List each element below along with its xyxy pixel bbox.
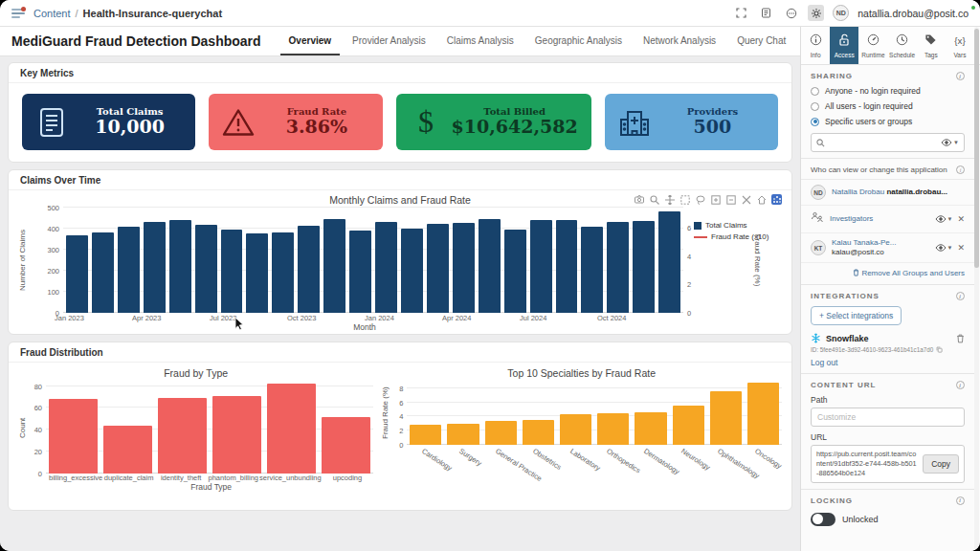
info-icon[interactable]: i	[956, 292, 965, 300]
key-metrics-panel: Key Metrics Total Claims10,000Fraud Rate…	[8, 62, 792, 163]
x-tick-label: Jul 2023	[210, 314, 236, 322]
tab-query-chat[interactable]: Query Chat	[728, 27, 794, 55]
plot-area[interactable]: 020406080	[46, 382, 373, 474]
lasso-select-icon[interactable]	[695, 194, 705, 205]
box-select-icon[interactable]	[679, 194, 690, 205]
bar	[633, 221, 655, 313]
principal-name[interactable]: Natallia Drobau natallia.drobau...	[832, 187, 965, 197]
principal-name[interactable]: Kalau Tanaka-Pe...	[832, 238, 929, 248]
sharing-option[interactable]: Specific users or groups	[811, 117, 965, 126]
sharing-option[interactable]: All users - login required	[811, 101, 965, 111]
radio-label: All users - login required	[825, 101, 913, 111]
breadcrumb-content-link[interactable]: Content	[33, 8, 71, 19]
more-options-icon[interactable]	[783, 5, 799, 21]
lock-toggle[interactable]	[811, 513, 835, 526]
sidebar-tab-tags[interactable]: Tags	[917, 27, 946, 64]
posit-connect-window: Content / Health-Insurance-querychat ND …	[0, 0, 980, 551]
plotly-logo-icon[interactable]	[771, 194, 782, 205]
plot-area[interactable]: 01002003004005000246Fraud Rate (%)	[63, 208, 683, 313]
info-icon[interactable]: i	[956, 165, 965, 174]
fullscreen-icon[interactable]	[733, 5, 749, 21]
scrollbar-thumb[interactable]	[974, 29, 979, 268]
metric-card-providers: Providers500	[605, 94, 778, 150]
x-tick-label: Neurology	[679, 447, 712, 472]
sidebar-tab-info[interactable]: Info	[801, 27, 830, 64]
permission-selector[interactable]: ▼	[935, 244, 953, 252]
y-tick-label: 80	[34, 382, 46, 390]
bar-series	[407, 382, 782, 445]
settings-gear-icon[interactable]	[808, 5, 824, 21]
remove-principal-icon[interactable]: ✕	[957, 214, 965, 224]
zoom-out-icon[interactable]	[725, 194, 736, 205]
radio-label: Specific users or groups	[825, 117, 912, 126]
chevron-down-icon: ▼	[947, 216, 953, 222]
tab-network-analysis[interactable]: Network Analysis	[635, 27, 724, 55]
sidebar-tab-access[interactable]: Access	[830, 27, 858, 64]
bar	[453, 223, 475, 313]
user-avatar[interactable]: ND	[833, 5, 849, 21]
sidebar-tab-runtime[interactable]: Runtime	[858, 27, 887, 64]
chevron-down-icon: ▼	[947, 245, 953, 251]
user-email[interactable]: natallia.drobau@posit.co	[858, 8, 969, 19]
zoom-icon[interactable]	[649, 194, 659, 205]
bar	[485, 421, 517, 445]
info-icon[interactable]: i	[956, 381, 965, 389]
copy-url-button[interactable]: Copy	[923, 454, 959, 474]
bar	[523, 420, 554, 445]
trash-icon[interactable]	[956, 334, 965, 343]
claims-over-time-panel: Claims Over Time Monthly Claims and Frau…	[8, 169, 792, 335]
autoscale-icon[interactable]	[741, 194, 751, 205]
pan-icon[interactable]	[664, 194, 675, 205]
breadcrumb-app-name: Health-Insurance-querychat	[83, 8, 222, 19]
bar	[673, 406, 704, 445]
reset-axes-icon[interactable]	[756, 194, 767, 205]
metric-card-fraud-rate: Fraud Rate3.86%	[209, 94, 382, 150]
tab-claims-analysis[interactable]: Claims Analysis	[438, 27, 523, 55]
sharing-option[interactable]: Anyone - no login required	[811, 86, 965, 96]
x-tick-label: Dermatology	[642, 447, 681, 476]
document-icon	[35, 107, 68, 138]
radio-button[interactable]	[811, 118, 819, 126]
search-input[interactable]	[829, 138, 937, 147]
copy-icon[interactable]	[936, 346, 943, 353]
principal-search[interactable]: ▼	[811, 133, 965, 152]
sharing-options: Anyone - no login requiredAll users - lo…	[811, 86, 965, 126]
topbar: Content / Health-Insurance-querychat ND …	[0, 0, 980, 27]
remove-principal-icon[interactable]: ✕	[957, 243, 965, 253]
legend-item[interactable]: Fraud Rate (x10)	[694, 232, 782, 241]
right-y-tick-label: 2	[683, 280, 691, 289]
radio-button[interactable]	[811, 102, 819, 111]
remove-all-link[interactable]: Remove All Groups and Users	[801, 263, 974, 285]
role-selector[interactable]: ▼	[941, 139, 959, 146]
bar	[221, 230, 243, 313]
radio-button[interactable]	[811, 87, 819, 96]
sidebar-tab-vars[interactable]: {x}Vars	[946, 27, 974, 64]
sidebar-tab-label: Vars	[954, 52, 967, 58]
zoom-in-icon[interactable]	[710, 194, 721, 205]
info-icon[interactable]: i	[956, 496, 965, 505]
x-tick-label: Cardiology	[420, 447, 454, 473]
logs-icon[interactable]	[758, 5, 774, 21]
tab-overview[interactable]: Overview	[280, 27, 340, 55]
tab-provider-analysis[interactable]: Provider Analysis	[344, 27, 434, 55]
principal-name[interactable]: Investigators	[830, 214, 929, 224]
sidebar-tab-schedule[interactable]: Schedule	[888, 27, 917, 64]
legend-item[interactable]: Total Claims	[694, 221, 782, 230]
permission-selector[interactable]: ▼	[935, 215, 953, 223]
integration-logout-link[interactable]: Log out	[811, 358, 965, 367]
posit-connect-logo-icon	[11, 8, 26, 19]
tab-geographic-analysis[interactable]: Geographic Analysis	[526, 27, 631, 55]
search-icon	[816, 139, 825, 147]
path-input[interactable]	[811, 408, 965, 427]
info-icon[interactable]: i	[956, 72, 965, 80]
sidebar-tab-label: Access	[835, 52, 855, 58]
chart-title: Top 10 Specialties by Fraud Rate	[381, 367, 782, 379]
sidebar-tab-label: Schedule	[889, 52, 915, 58]
plot-area[interactable]: 02468	[407, 382, 782, 445]
x-tick-label: Orthopedics	[605, 447, 642, 475]
lock-state-label: Unlocked	[842, 515, 879, 524]
y-tick-label: 400	[47, 225, 63, 233]
select-integrations-button[interactable]: + Select integrations	[811, 306, 902, 325]
camera-icon[interactable]	[634, 194, 644, 205]
bar	[658, 211, 680, 313]
